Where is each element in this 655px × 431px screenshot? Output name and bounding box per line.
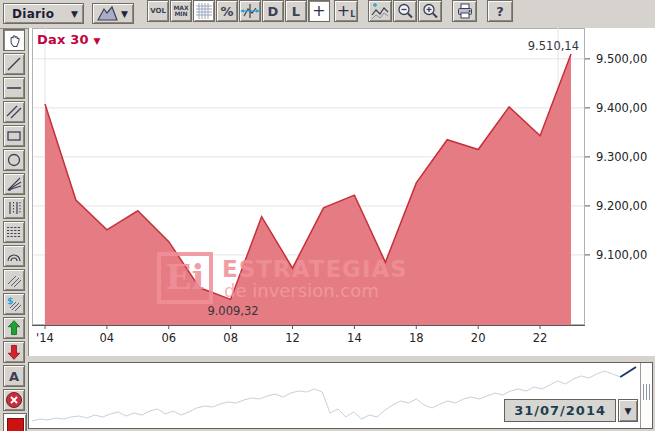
arrow-down-tool-button[interactable] <box>3 341 25 363</box>
dollar-glyph: $ <box>7 296 13 306</box>
rectangle-icon <box>6 128 22 144</box>
printer-icon <box>456 2 474 20</box>
daily-candle-button[interactable]: D <box>262 0 284 22</box>
regression-dollar-tool-button[interactable]: $ <box>3 293 25 315</box>
daily-label: D <box>268 4 279 19</box>
dropdown-arrow-icon: ▼ <box>71 9 78 19</box>
maxmin-button[interactable]: MAXMIN <box>170 0 192 22</box>
symbol-selector[interactable]: Dax 30 ▼ <box>37 32 101 47</box>
date-selector: 31/07/2014 ▼ <box>504 399 638 422</box>
arrow-up-icon <box>5 319 23 337</box>
help-label: ? <box>496 4 504 19</box>
x-tick-label: 14 <box>347 331 362 345</box>
help-button[interactable]: ? <box>487 0 513 22</box>
selected-range-line <box>620 367 636 377</box>
maxmin-label: MAXMIN <box>173 5 188 18</box>
area-chart-icon <box>96 5 120 22</box>
x-tick-label: 04 <box>100 331 115 345</box>
rectangle-tool-button[interactable] <box>3 125 25 147</box>
dropdown-arrow-icon: ▼ <box>625 406 632 416</box>
y-tick-label: 9.400,00 <box>596 101 647 115</box>
grid-icon <box>196 3 212 19</box>
parallel-lines-tool-button[interactable] <box>3 101 25 123</box>
retracement-tool-button[interactable] <box>3 221 25 243</box>
arrow-down-icon <box>5 343 23 361</box>
main-chart-panel: 9.500,009.400,009.300,009.200,009.100,00… <box>28 28 655 356</box>
y-tick-label: 9.100,00 <box>596 248 647 262</box>
dollar-lines-icon: $ <box>6 296 22 312</box>
arrow-up-tool-button[interactable] <box>3 317 25 339</box>
indicators-button[interactable] <box>368 0 392 22</box>
zoom-in-icon <box>421 2 439 20</box>
grip-line <box>643 384 644 400</box>
symbol-dropdown-arrow-icon: ▼ <box>94 36 101 46</box>
color-swatch-tool-button[interactable]: ▾ <box>3 413 27 431</box>
trendline-tool-button[interactable] <box>3 53 25 75</box>
x-tick-label: 12 <box>285 331 300 345</box>
period-dropdown[interactable]: Diario ▼ <box>3 3 84 24</box>
crosshair-l-button[interactable]: + L <box>334 0 358 22</box>
crosshair-l-label: + <box>337 6 350 16</box>
y-tick-label: 9.500,00 <box>596 52 647 66</box>
grip-line <box>649 384 650 400</box>
crosshair-button[interactable]: + <box>308 0 330 22</box>
horizontal-line-tool-button[interactable] <box>3 77 25 99</box>
hatch-lines-tool-button[interactable] <box>3 269 25 291</box>
drawing-toolbar: $ A ▾ <box>3 29 27 431</box>
crosshair-l-sub: L <box>350 10 355 19</box>
symbol-name: Dax 30 <box>37 32 89 47</box>
crosshair-label: + <box>312 6 325 16</box>
charting-application: { "toolbar": { "period_value": "Diario",… <box>0 0 655 431</box>
horizontal-line-icon <box>6 80 22 96</box>
volume-button[interactable]: VOL <box>147 0 169 22</box>
text-tool-button[interactable]: A <box>3 365 25 387</box>
highlow-icon <box>240 2 260 20</box>
main-chart-svg[interactable]: 9.500,009.400,009.300,009.200,009.100,00… <box>32 28 655 350</box>
trendline-icon <box>6 56 22 72</box>
ellipse-icon <box>6 152 22 168</box>
y-tick-label: 9.200,00 <box>596 199 647 213</box>
date-value[interactable]: 31/07/2014 <box>504 399 616 422</box>
retracement-icon <box>6 224 22 240</box>
date-dropdown-button[interactable]: ▼ <box>618 399 638 422</box>
grid-button[interactable] <box>193 0 215 22</box>
line-label: L <box>292 4 300 19</box>
text-tool-label: A <box>9 369 19 384</box>
delete-tool-button[interactable] <box>3 389 25 411</box>
grip-line <box>646 384 647 400</box>
zoom-out-button[interactable] <box>393 0 417 22</box>
chart-type-dropdown[interactable]: ▼ <box>92 3 134 24</box>
y-tick-label: 9.300,00 <box>596 150 647 164</box>
hand-icon <box>6 32 23 49</box>
arc-tool-button[interactable] <box>3 245 25 267</box>
x-tick-label: '14 <box>36 331 54 345</box>
top-toolbar: Diario ▼ ▼ VOL MAXMIN % D L <box>0 0 655 29</box>
line-chart-button[interactable]: L <box>285 0 307 22</box>
fan-lines-tool-button[interactable] <box>3 173 25 195</box>
delete-icon <box>5 391 23 409</box>
highlow-button[interactable] <box>239 0 261 22</box>
fan-lines-icon <box>6 176 22 192</box>
x-tick-label: 20 <box>471 331 486 345</box>
parallel-lines-icon <box>6 104 22 120</box>
zoom-out-icon <box>396 2 414 20</box>
low-value-label: 9.009,32 <box>197 304 269 318</box>
pan-tool-button[interactable] <box>3 29 25 51</box>
percent-button[interactable]: % <box>216 0 238 22</box>
x-tick-label: 06 <box>161 331 176 345</box>
arc-icon <box>6 248 22 264</box>
hatch-lines-icon <box>6 272 22 288</box>
x-tick-label: 22 <box>533 331 548 345</box>
vertical-lines-icon <box>6 200 22 216</box>
ellipse-tool-button[interactable] <box>3 149 25 171</box>
dropdown-arrow-icon: ▼ <box>121 9 128 19</box>
print-button[interactable] <box>452 0 477 22</box>
history-navigator[interactable]: 31/07/2014 ▼ <box>28 362 653 429</box>
navigator-resize-strip[interactable] <box>640 363 652 428</box>
percent-label: % <box>220 4 233 19</box>
vertical-lines-tool-button[interactable] <box>3 197 25 219</box>
high-value-label: 9.510,14 <box>499 39 579 53</box>
indicator-icon <box>370 2 390 20</box>
zoom-in-button[interactable] <box>418 0 442 22</box>
period-value: Diario <box>4 7 54 21</box>
